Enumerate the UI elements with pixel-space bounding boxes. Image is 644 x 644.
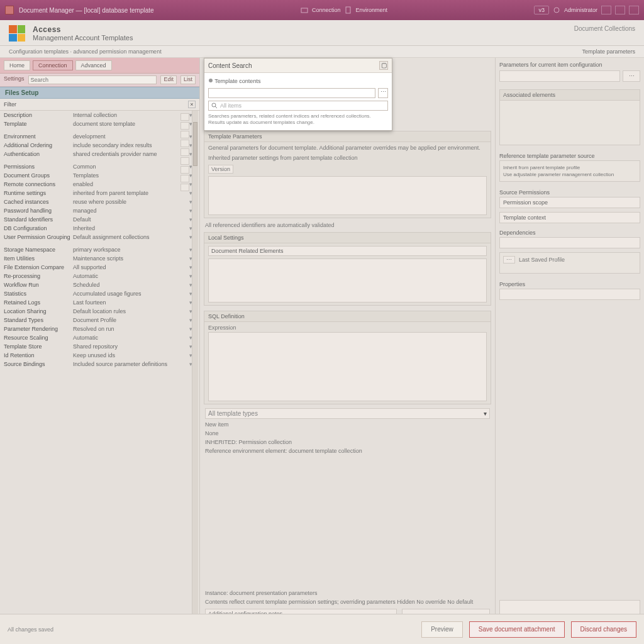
property-value: Included source parameter definitions xyxy=(73,361,189,367)
refresh-icon[interactable] xyxy=(553,6,560,14)
property-row[interactable]: Cached instancesreuse where possible▾ xyxy=(0,197,199,206)
property-row[interactable]: StatisticsAccumulated usage figures▾ xyxy=(0,289,199,298)
property-row[interactable]: Workflow RunScheduled▾ xyxy=(0,280,199,289)
search-dialog: Content Search ▢ Template contents ⋯ All… xyxy=(204,58,392,131)
left-panel: Home Connection Advanced Settings Edit L… xyxy=(0,58,200,624)
left-section-header[interactable]: Files Setup xyxy=(0,87,199,99)
property-key: Workflow Run xyxy=(4,282,73,288)
property-row[interactable]: Re-processingAutomatic▾ xyxy=(0,272,199,280)
scrollbar-thumb[interactable] xyxy=(193,122,197,166)
property-row[interactable]: Runtime settingsinherited from parent te… xyxy=(0,189,199,197)
right-deps-chip[interactable]: ⋯ xyxy=(503,256,515,264)
gutter-icon[interactable] xyxy=(180,140,189,147)
gutter-icon[interactable] xyxy=(180,131,189,138)
property-value: Maintenance scripts xyxy=(73,255,189,262)
property-value: managed xyxy=(73,208,189,214)
gutter-icon[interactable] xyxy=(180,175,189,182)
local-settings-textarea[interactable] xyxy=(208,258,487,303)
property-row[interactable]: Additional Orderinginclude secondary ind… xyxy=(0,141,199,150)
dialog-aux-button[interactable]: ⋯ xyxy=(378,88,388,98)
close-button[interactable] xyxy=(629,6,639,14)
property-row[interactable]: Parameter RenderingResolved on run▾ xyxy=(0,325,199,333)
tab-connection[interactable]: Connection xyxy=(33,60,73,70)
right-box-deps[interactable]: ⋯ Last Saved Profile xyxy=(499,252,640,274)
filter-clear-icon[interactable]: × xyxy=(188,101,196,108)
section1-textarea[interactable] xyxy=(208,176,487,215)
right-field5[interactable] xyxy=(499,237,640,248)
gutter-icon[interactable] xyxy=(180,157,189,165)
subbar-chip-edit[interactable]: Edit xyxy=(160,75,177,84)
section1-version-chip[interactable]: Version xyxy=(208,165,233,174)
center-panel: Content Search ▢ Template contents ⋯ All… xyxy=(200,58,496,624)
gutter-icon[interactable] xyxy=(180,184,189,191)
center-type-combo[interactable]: All template types ▾ xyxy=(205,408,490,419)
discard-button[interactable]: Discard changes xyxy=(571,621,636,638)
property-row[interactable]: Resource ScalingAutomatic▾ xyxy=(0,333,199,342)
property-row[interactable]: File Extension CompareAll supported▾ xyxy=(0,263,199,272)
property-value: shared credentials provider name xyxy=(73,151,189,157)
breadcrumb-link[interactable]: Template parameters xyxy=(582,48,635,55)
property-row[interactable]: Authenticationshared credentials provide… xyxy=(0,150,199,158)
dialog-aux-input[interactable] xyxy=(208,88,375,98)
property-row[interactable]: Standard TypesDocument Profile▾ xyxy=(0,316,199,325)
version-badge: v3 xyxy=(534,6,549,14)
right-topfield-btn[interactable]: ⋯ xyxy=(623,70,640,82)
subbar-chip-list[interactable]: List xyxy=(180,75,196,84)
gutter-icon[interactable] xyxy=(180,166,189,174)
property-value: Resolved on run xyxy=(73,326,189,332)
property-row[interactable]: DescriptionInternal collection▾ xyxy=(0,111,199,119)
center-footnote2: Contents reflect current template permis… xyxy=(200,597,495,606)
right-box-associated-body[interactable] xyxy=(500,101,640,145)
right-field7[interactable] xyxy=(499,289,640,300)
subbar-search-input[interactable] xyxy=(28,75,157,84)
property-row[interactable]: Environmentdevelopment▾ xyxy=(0,132,199,141)
property-row[interactable]: Remote connectionsenabled▾ xyxy=(0,180,199,189)
right-box-ref: Inherit from parent template profile Use… xyxy=(499,160,640,182)
property-key: DB Configuration xyxy=(4,225,73,231)
property-row[interactable]: Standard IdentifiersDefault▾ xyxy=(0,215,199,224)
maximize-button[interactable] xyxy=(615,6,625,14)
titlebar-menu-1[interactable]: Connection xyxy=(312,7,341,13)
minimize-button[interactable] xyxy=(601,6,611,14)
property-row[interactable]: Source BindingsIncluded source parameter… xyxy=(0,360,199,369)
tab-advanced[interactable]: Advanced xyxy=(75,60,112,70)
property-value: Inherited xyxy=(73,225,189,231)
property-row[interactable]: User Permission GroupingDefault assignme… xyxy=(0,233,199,242)
titlebar-menu-2[interactable]: Environment xyxy=(356,7,388,13)
property-key: Location Sharing xyxy=(4,308,73,314)
property-row[interactable]: Item UtilitiesMaintenance scripts▾ xyxy=(0,254,199,263)
right-topfield[interactable] xyxy=(499,70,620,82)
gutter-icon[interactable] xyxy=(180,113,189,121)
local-settings-field[interactable] xyxy=(208,246,487,256)
dialog-search-row[interactable]: All items xyxy=(208,101,388,111)
sql-expression-textarea[interactable] xyxy=(208,332,487,401)
preview-button[interactable]: Preview xyxy=(421,621,463,638)
property-row[interactable]: Document GroupsTemplates▾ xyxy=(0,171,199,180)
save-button[interactable]: Save document attachment xyxy=(469,621,565,638)
right-field3[interactable]: Permission scope xyxy=(499,197,640,208)
section-sql: SQL Definition Expression xyxy=(204,311,491,404)
property-row[interactable]: DB ConfigurationInherited▾ xyxy=(0,224,199,233)
property-list-gutter xyxy=(180,113,191,621)
property-row[interactable]: Storage Namespaceprimary workspace▾ xyxy=(0,245,199,254)
property-key: Authentication xyxy=(4,151,73,157)
tab-home[interactable]: Home xyxy=(4,60,30,70)
property-row[interactable]: Templatedocument store template▾ xyxy=(0,119,199,128)
property-value: Last fourteen xyxy=(73,299,189,306)
property-row[interactable]: Template StoreShared repository▾ xyxy=(0,342,199,351)
dialog-sub: Template contents xyxy=(214,78,260,84)
right-lbl3: Source Permissions xyxy=(499,189,640,196)
gutter-icon[interactable] xyxy=(180,148,189,156)
gutter-icon[interactable] xyxy=(180,122,189,130)
svg-rect-1 xyxy=(346,7,350,13)
property-row[interactable]: PermissionsCommon▾ xyxy=(0,162,199,171)
property-list-scrollbar[interactable] xyxy=(192,111,198,624)
property-row[interactable]: Id RetentionKeep unused ids▾ xyxy=(0,351,199,360)
property-row[interactable]: Retained LogsLast fourteen▾ xyxy=(0,298,199,307)
right-field4[interactable]: Template context xyxy=(499,212,640,223)
property-row[interactable]: Password handlingmanaged▾ xyxy=(0,206,199,215)
property-value: document store template xyxy=(73,121,189,127)
dialog-close-icon[interactable]: ▢ xyxy=(379,61,388,70)
user-label[interactable]: Administrator xyxy=(564,7,597,13)
property-row[interactable]: Location SharingDefault location rules▾ xyxy=(0,307,199,316)
